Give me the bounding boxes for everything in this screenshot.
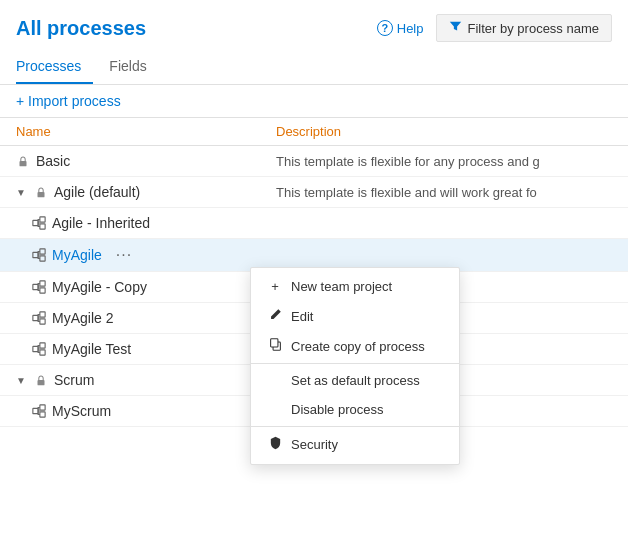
table-row: Basic This template is flexible for any … — [0, 146, 628, 177]
page-title: All processes — [16, 17, 146, 40]
svg-rect-3 — [40, 217, 45, 222]
copy-icon — [267, 338, 283, 354]
import-process-button[interactable]: + Import process — [16, 93, 121, 109]
row-name-scrum: ▼ Scrum — [16, 372, 276, 388]
svg-rect-9 — [270, 339, 277, 347]
svg-rect-21 — [40, 405, 45, 410]
svg-rect-22 — [40, 412, 45, 417]
chevron-icon: ▼ — [16, 375, 26, 386]
svg-rect-11 — [40, 281, 45, 286]
menu-item-security[interactable]: Security — [251, 429, 459, 460]
svg-rect-18 — [40, 350, 45, 355]
menu-item-edit[interactable]: Edit — [251, 301, 459, 331]
table-row: ▼ Agile (default) This template is flexi… — [0, 177, 628, 208]
row-name-agile-inherited: Agile - Inherited — [32, 215, 292, 231]
svg-rect-13 — [33, 315, 38, 320]
svg-rect-6 — [40, 249, 45, 254]
filter-icon — [449, 20, 462, 36]
tab-processes[interactable]: Processes — [16, 50, 93, 84]
shield-icon — [267, 436, 283, 453]
svg-rect-12 — [40, 288, 45, 293]
svg-rect-4 — [40, 224, 45, 229]
menu-item-disable[interactable]: Disable process — [251, 395, 459, 424]
svg-rect-17 — [40, 343, 45, 348]
svg-rect-0 — [20, 161, 27, 166]
table-row: Agile - Inherited — [0, 208, 628, 239]
svg-rect-2 — [33, 220, 38, 225]
menu-item-new-team-project[interactable]: + New team project — [251, 272, 459, 301]
svg-rect-5 — [33, 252, 38, 257]
tab-bar: Processes Fields — [0, 50, 628, 85]
context-menu: + New team project Edit Create copy of p… — [250, 267, 460, 465]
menu-item-create-copy[interactable]: Create copy of process — [251, 331, 459, 361]
page-header: All processes ? Help Filter by process n… — [0, 0, 628, 146]
svg-rect-1 — [37, 192, 44, 197]
tab-fields[interactable]: Fields — [109, 50, 158, 84]
col-description: Description — [276, 124, 612, 139]
plus-icon: + — [267, 279, 283, 294]
process-list: Basic This template is flexible for any … — [0, 146, 628, 427]
svg-rect-16 — [33, 346, 38, 351]
svg-rect-19 — [37, 380, 44, 385]
svg-rect-15 — [40, 319, 45, 324]
col-name: Name — [16, 124, 276, 139]
svg-rect-7 — [40, 256, 45, 261]
row-name-basic: Basic — [16, 153, 276, 169]
edit-icon — [267, 308, 283, 324]
svg-rect-10 — [33, 284, 38, 289]
table-row: MyAgile ··· + New team project Edit Crea… — [0, 239, 628, 272]
row-name-agile: ▼ Agile (default) — [16, 184, 276, 200]
import-bar: + Import process — [0, 85, 628, 118]
help-link[interactable]: ? Help — [377, 20, 424, 36]
svg-rect-14 — [40, 312, 45, 317]
header-actions: ? Help Filter by process name — [377, 14, 612, 42]
filter-button[interactable]: Filter by process name — [436, 14, 613, 42]
help-icon: ? — [377, 20, 393, 36]
svg-rect-20 — [33, 408, 38, 413]
more-button[interactable]: ··· — [116, 246, 132, 264]
menu-item-set-default[interactable]: Set as default process — [251, 366, 459, 395]
table-header: Name Description — [0, 118, 628, 146]
chevron-icon: ▼ — [16, 187, 26, 198]
row-name-myagile: MyAgile ··· — [32, 246, 292, 264]
